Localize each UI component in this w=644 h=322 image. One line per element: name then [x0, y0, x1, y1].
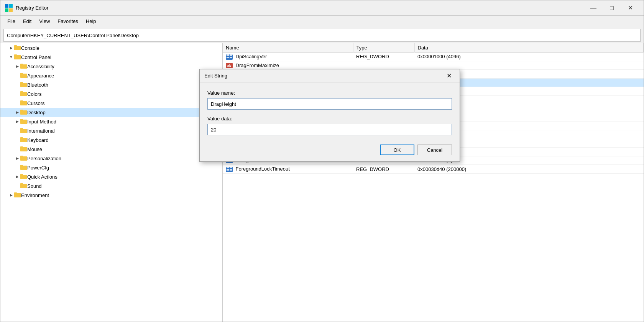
value-name-label: Value name:	[207, 90, 452, 96]
expand-button[interactable]: ▶	[14, 63, 20, 69]
table-row[interactable]: ForegroundLockTimeoutREG_DWORD0x00030d40…	[223, 165, 644, 174]
tree-item-label: Cursors	[27, 100, 45, 106]
window-controls: — □ ✕	[585, 2, 639, 14]
value-type-cell: REG_DWORD	[353, 165, 414, 174]
value-name-input[interactable]	[207, 98, 452, 110]
svg-rect-5	[14, 45, 17, 47]
window-title: Registry Editor	[16, 5, 585, 11]
menu-edit[interactable]: Edit	[19, 17, 35, 26]
folder-icon	[20, 82, 27, 88]
tree-item[interactable]: ▶ Accessibility	[0, 62, 222, 71]
svg-rect-15	[20, 91, 23, 93]
cancel-button[interactable]: Cancel	[417, 145, 452, 155]
folder-icon	[20, 91, 27, 97]
svg-rect-29	[20, 156, 23, 157]
expand-button[interactable]	[14, 72, 20, 79]
folder-icon	[20, 164, 27, 171]
value-name-cell: ab DragFromMaximize	[223, 61, 353, 70]
tree-item-label: Personalization	[27, 156, 61, 161]
tree-item-label: Mouse	[27, 146, 42, 152]
expand-button[interactable]	[14, 82, 20, 88]
svg-rect-41	[230, 57, 232, 58]
svg-rect-23	[20, 128, 23, 130]
expand-button[interactable]	[14, 183, 20, 189]
col-header-name: Name	[223, 43, 353, 53]
edit-string-dialog: Edit String ✕ Value name: Value data: OK…	[199, 69, 460, 162]
tree-item[interactable]: Mouse	[0, 145, 222, 154]
menu-favorites[interactable]: Favorites	[54, 17, 82, 26]
tree-item-label: Control Panel	[21, 54, 51, 60]
tree-item-label: Sound	[27, 183, 42, 189]
table-row[interactable]: DpiScalingVerREG_DWORD0x00001000 (4096)	[223, 53, 644, 61]
svg-rect-38	[227, 54, 229, 56]
svg-rect-72	[227, 169, 229, 171]
menu-bar: File Edit View Favorites Help	[0, 16, 644, 27]
dialog-buttons: OK Cancel	[207, 145, 452, 155]
tree-item[interactable]: PowerCfg	[0, 163, 222, 172]
expand-button[interactable]: ▼	[8, 54, 14, 60]
svg-rect-19	[20, 110, 23, 111]
table-row[interactable]: ab DragFromMaximize	[223, 61, 644, 70]
expand-button[interactable]	[14, 146, 20, 152]
dword-icon	[226, 54, 233, 60]
tree-item[interactable]: Colors	[0, 89, 222, 99]
tree-pane[interactable]: ▶ Console▼ Control Panel▶ Accessibility …	[0, 43, 223, 322]
expand-button[interactable]: ▶	[8, 192, 14, 198]
dialog-title-bar: Edit String ✕	[200, 69, 460, 82]
svg-rect-31	[20, 165, 23, 166]
folder-icon	[14, 45, 21, 51]
expand-button[interactable]: ▶	[14, 174, 20, 180]
folder-icon	[20, 137, 27, 143]
expand-button[interactable]	[14, 100, 20, 106]
svg-rect-0	[5, 4, 8, 8]
expand-button[interactable]: ▶	[14, 109, 20, 115]
expand-button[interactable]: ▶	[14, 155, 20, 161]
tree-item[interactable]: Bluetooth	[0, 80, 222, 89]
tree-item-label: PowerCfg	[27, 165, 49, 171]
folder-icon	[14, 54, 21, 61]
svg-rect-9	[20, 64, 23, 65]
svg-rect-37	[14, 192, 17, 194]
dialog-close-button[interactable]: ✕	[443, 71, 455, 81]
tree-item[interactable]: Keyboard	[0, 135, 222, 145]
expand-button[interactable]	[14, 91, 20, 97]
tree-item[interactable]: ▶ Input Method	[0, 117, 222, 126]
tree-item-label: Environment	[21, 192, 49, 198]
address-bar: Computer\HKEY_CURRENT_USER\Control Panel…	[3, 29, 641, 42]
menu-help[interactable]: Help	[82, 17, 100, 26]
svg-rect-33	[20, 174, 23, 176]
minimize-button[interactable]: —	[585, 2, 602, 14]
svg-rect-27	[20, 146, 23, 148]
tree-item-label: Keyboard	[27, 137, 49, 143]
tree-item[interactable]: Cursors	[0, 99, 222, 108]
tree-item[interactable]: ▼ Control Panel	[0, 53, 222, 62]
tree-item[interactable]: ▶ Environment	[0, 191, 222, 200]
app-icon	[5, 4, 13, 12]
svg-rect-1	[9, 4, 13, 8]
tree-item[interactable]: ▶ Quick Actions	[0, 172, 222, 181]
svg-rect-71	[230, 167, 232, 168]
tree-item[interactable]: ▶ Desktop	[0, 108, 222, 117]
tree-item[interactable]: Sound	[0, 181, 222, 191]
folder-icon	[20, 128, 27, 134]
close-button[interactable]: ✕	[621, 2, 639, 14]
ok-button[interactable]: OK	[380, 145, 414, 155]
menu-view[interactable]: View	[35, 17, 54, 26]
maximize-button[interactable]: □	[603, 2, 621, 14]
tree-item[interactable]: Appearance	[0, 71, 222, 80]
value-data-cell: 0x00030d40 (200000)	[414, 165, 644, 174]
value-type-cell	[353, 61, 414, 70]
expand-button[interactable]: ▶	[14, 118, 20, 125]
value-data-input[interactable]	[207, 124, 452, 135]
tree-item-label: Input Method	[27, 119, 56, 125]
expand-button[interactable]	[14, 137, 20, 143]
svg-rect-40	[227, 57, 229, 58]
expand-button[interactable]	[14, 164, 20, 171]
expand-button[interactable]: ▶	[8, 45, 14, 51]
expand-button[interactable]	[14, 128, 20, 134]
main-window: Registry Editor — □ ✕ File Edit View Fav…	[0, 0, 644, 322]
menu-file[interactable]: File	[3, 17, 19, 26]
tree-item[interactable]: ▶ Console	[0, 43, 222, 53]
tree-item[interactable]: International	[0, 126, 222, 135]
tree-item[interactable]: ▶ Personalization	[0, 154, 222, 163]
